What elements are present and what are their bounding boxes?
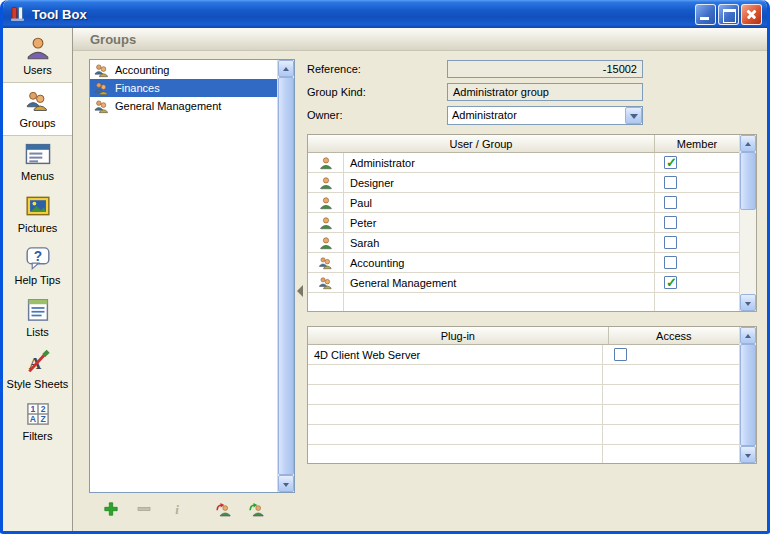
plugin-name: 4D Client Web Server [308, 345, 603, 364]
scrollbar-thumb[interactable] [740, 152, 756, 210]
minimize-button[interactable] [695, 4, 716, 25]
plugins-table-rows: 4D Client Web Server [308, 345, 739, 464]
reference-label: Reference: [307, 63, 447, 75]
group-name: General Management [115, 100, 221, 112]
member-checkbox[interactable] [664, 196, 677, 209]
stylesheets-icon: A [25, 349, 51, 375]
scroll-up-button[interactable] [740, 135, 756, 152]
plugins-table-scrollbar[interactable] [739, 327, 756, 463]
member-row[interactable]: Sarah [308, 233, 739, 253]
sidebar-item-pictures[interactable]: Pictures [3, 188, 72, 240]
member-row[interactable]: Peter [308, 213, 739, 233]
sidebar-item-label: Users [3, 64, 72, 76]
sidebar-item-filters[interactable]: 12AZFilters [3, 396, 72, 448]
group-icon [308, 253, 344, 272]
sidebar-item-users[interactable]: Users [3, 30, 72, 82]
plugin-row-empty [308, 405, 739, 425]
sidebar-item-label: Menus [3, 170, 72, 182]
plus-icon [103, 501, 119, 517]
sidebar-item-groups[interactable]: Groups [3, 82, 72, 136]
member-row[interactable]: Accounting [308, 253, 739, 273]
group-list-scrollbar[interactable] [277, 60, 294, 492]
sidebar: UsersGroupsMenusPictures?Help TipsListsA… [3, 28, 73, 531]
plugin-row[interactable]: 4D Client Web Server [308, 345, 739, 365]
group-kind-field: Administrator group [447, 83, 643, 101]
app-body: UsersGroupsMenusPictures?Help TipsListsA… [3, 28, 767, 531]
toolbox-icon [9, 5, 27, 23]
group-icon [93, 63, 111, 78]
group-icon [93, 81, 111, 96]
scroll-down-button[interactable] [740, 294, 756, 311]
sidebar-item-label: Filters [3, 430, 72, 442]
svg-text:Z: Z [40, 414, 46, 424]
main-area: Groups AccountingFinancesGeneral Managem… [73, 28, 767, 531]
sidebar-item-label: Help Tips [3, 274, 72, 286]
sidebar-item-menus[interactable]: Menus [3, 136, 72, 188]
member-checkbox[interactable] [664, 156, 677, 169]
members-table: User / Group Member AdministratorDesigne… [307, 134, 757, 312]
member-checkbox[interactable] [664, 256, 677, 269]
title-bar[interactable]: Tool Box [3, 0, 767, 28]
members-table-scrollbar[interactable] [739, 135, 756, 311]
member-checkbox[interactable] [664, 216, 677, 229]
add-group-button[interactable] [101, 499, 121, 519]
user-icon [308, 233, 344, 252]
member-row[interactable]: Administrator [308, 153, 739, 173]
owner-combobox[interactable]: Administrator [447, 106, 643, 125]
member-row[interactable]: Paul [308, 193, 739, 213]
maximize-button[interactable] [718, 4, 739, 25]
member-row[interactable]: Designer [308, 173, 739, 193]
menus-icon [25, 141, 51, 167]
combo-dropdown-button[interactable] [625, 107, 642, 124]
scroll-up-button[interactable] [278, 60, 294, 77]
plugin-row-empty [308, 445, 739, 464]
reference-field: -15002 [447, 60, 643, 78]
lists-icon [25, 297, 51, 323]
svg-text:?: ? [33, 249, 41, 264]
sidebar-item-lists[interactable]: Lists [3, 292, 72, 344]
reference-row: Reference: -15002 [307, 59, 757, 79]
content-area: AccountingFinancesGeneral Management i R… [73, 51, 767, 531]
pane-splitter[interactable] [295, 51, 305, 531]
member-checkbox[interactable] [664, 176, 677, 189]
group-name: Finances [115, 82, 160, 94]
group-list-item[interactable]: Finances [90, 79, 277, 97]
group-name: Accounting [115, 64, 169, 76]
group-info-button: i [167, 499, 187, 519]
remove-group-button [134, 499, 154, 519]
scroll-down-button[interactable] [740, 446, 756, 463]
group-list-item[interactable]: Accounting [90, 61, 277, 79]
scrollbar-thumb[interactable] [740, 344, 756, 446]
sidebar-item-help-tips[interactable]: ?Help Tips [3, 240, 72, 292]
user-icon [308, 153, 344, 172]
users-icon [25, 35, 51, 61]
scrollbar-thumb[interactable] [278, 77, 294, 475]
member-name: Sarah [344, 233, 655, 252]
minus-icon [136, 501, 152, 517]
member-checkbox[interactable] [664, 236, 677, 249]
scroll-down-button[interactable] [278, 475, 294, 492]
access-checkbox[interactable] [614, 348, 627, 361]
window-controls [695, 4, 762, 25]
sidebar-item-style-sheets[interactable]: AStyle Sheets [3, 344, 72, 396]
load-users-groups-button[interactable] [213, 499, 233, 519]
column-header-plugin: Plug-in [308, 327, 609, 344]
member-name: Accounting [344, 253, 655, 272]
member-checkbox[interactable] [664, 276, 677, 289]
plugin-row-empty [308, 425, 739, 445]
member-row[interactable]: General Management [308, 273, 739, 293]
scroll-up-button[interactable] [740, 327, 756, 344]
toolbox-window: Tool Box UsersGroupsMenusPictures?Help T… [0, 0, 770, 534]
group-icon [93, 99, 111, 114]
user-icon [308, 213, 344, 232]
members-table-rows: AdministratorDesignerPaulPeterSarahAccou… [308, 153, 739, 312]
close-button[interactable] [741, 4, 762, 25]
member-name: Administrator [344, 153, 655, 172]
group-list-rows: AccountingFinancesGeneral Management [90, 60, 277, 492]
helptips-icon: ? [25, 245, 51, 271]
save-users-groups-button[interactable] [246, 499, 266, 519]
column-header-access: Access [609, 327, 739, 344]
svg-text:i: i [175, 502, 179, 517]
group-list-item[interactable]: General Management [90, 97, 277, 115]
user-green-arrow-icon [248, 501, 264, 517]
